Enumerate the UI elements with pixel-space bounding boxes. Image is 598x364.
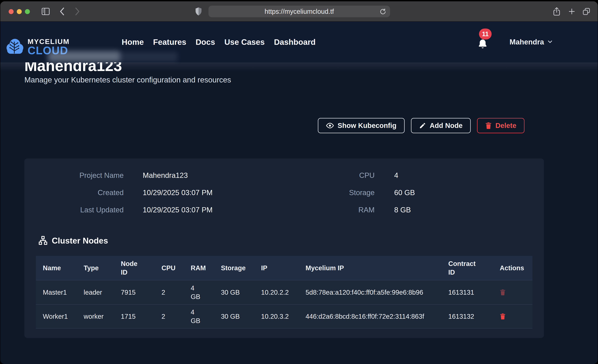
created-label: Created xyxy=(32,189,124,197)
cell-type: worker xyxy=(77,312,114,321)
minimize-window-button[interactable] xyxy=(17,9,22,14)
eye-icon xyxy=(326,122,334,130)
reload-icon[interactable] xyxy=(379,8,386,17)
privacy-blur-overlay xyxy=(48,51,120,62)
table-header-row: Name Type Node ID CPU RAM Storage IP Myc… xyxy=(36,256,532,280)
col-type: Type xyxy=(77,264,114,272)
nav-link-docs[interactable]: Docs xyxy=(196,38,215,47)
delete-node-button[interactable] xyxy=(500,313,506,320)
browser-window: https://myceliumcloud.tf xyxy=(0,1,598,364)
cluster-details-card: Project NameMahendra123 Created10/29/202… xyxy=(25,158,544,338)
cell-storage: 30 GB xyxy=(214,288,254,297)
cluster-details: Project NameMahendra123 Created10/29/202… xyxy=(25,158,544,218)
pencil-icon xyxy=(419,122,426,129)
cell-ram: 4 GB xyxy=(184,284,214,301)
table-row-worker1: Worker1 worker 1715 2 4 GB 30 GB 10.20.3… xyxy=(36,304,532,329)
delete-node-button[interactable] xyxy=(500,289,506,296)
notifications-button[interactable]: 11 xyxy=(476,29,496,53)
privacy-shield-icon[interactable] xyxy=(195,7,202,16)
cell-type: leader xyxy=(77,288,114,297)
col-name: Name xyxy=(36,264,77,272)
chevron-down-icon xyxy=(547,38,553,46)
cell-storage: 30 GB xyxy=(214,312,254,321)
tab-overview-icon[interactable] xyxy=(582,7,590,16)
new-tab-icon[interactable] xyxy=(568,8,576,15)
page-subtitle: Manage your Kubernetes cluster configura… xyxy=(25,75,231,84)
cluster-nodes-table: Name Type Node ID CPU RAM Storage IP Myc… xyxy=(36,256,532,329)
cell-node-id: 1715 xyxy=(114,312,155,321)
share-icon[interactable] xyxy=(553,7,561,16)
show-kubeconfig-label: Show Kubeconfig xyxy=(338,122,397,130)
table-row-master1: Master1 leader 7915 2 4 GB 30 GB 10.20.2… xyxy=(36,280,532,304)
storage-value: 60 GB xyxy=(394,189,415,197)
nav-link-use-cases[interactable]: Use Cases xyxy=(224,38,265,47)
cell-actions xyxy=(493,313,532,320)
last-updated-label: Last Updated xyxy=(32,206,124,214)
nav-link-features[interactable]: Features xyxy=(153,38,186,47)
page-content: Mahendra123 Manage your Kubernetes clust… xyxy=(0,62,598,364)
user-name: Mahendra xyxy=(509,38,544,46)
cell-contract-id: 1613131 xyxy=(441,288,493,297)
cell-ram: 4 GB xyxy=(184,308,214,325)
back-icon[interactable] xyxy=(59,7,65,16)
col-storage: Storage xyxy=(214,264,254,272)
add-node-label: Add Node xyxy=(430,122,463,130)
storage-label: Storage xyxy=(316,189,375,197)
fullscreen-window-button[interactable] xyxy=(25,9,30,14)
created-value: 10/29/2025 03:07 PM xyxy=(143,189,213,197)
col-node-id: Node ID xyxy=(114,259,155,277)
cell-actions xyxy=(493,289,532,296)
close-window-button[interactable] xyxy=(9,9,14,14)
cell-node-id: 7915 xyxy=(114,288,155,297)
add-node-button[interactable]: Add Node xyxy=(411,118,471,133)
cell-ip: 10.20.3.2 xyxy=(254,312,299,321)
trash-icon xyxy=(485,122,492,129)
sitemap-icon xyxy=(38,236,48,246)
col-mycelium-ip: Mycelium IP xyxy=(299,264,441,272)
cloud-logo-icon xyxy=(5,38,25,56)
privacy-blur-overlay-2 xyxy=(117,52,177,62)
col-cpu: CPU xyxy=(155,264,184,272)
nav-link-dashboard[interactable]: Dashboard xyxy=(274,38,316,47)
cell-contract-id: 1613132 xyxy=(441,312,493,321)
address-bar[interactable]: https://myceliumcloud.tf xyxy=(208,6,390,17)
ram-label: RAM xyxy=(316,206,375,214)
cell-ip: 10.20.2.2 xyxy=(254,288,299,297)
ram-value: 8 GB xyxy=(394,206,411,214)
cpu-value: 4 xyxy=(394,171,398,180)
cluster-nodes-title: Cluster Nodes xyxy=(52,236,108,246)
cell-name: Worker1 xyxy=(36,312,77,321)
show-kubeconfig-button[interactable]: Show Kubeconfig xyxy=(318,118,405,133)
last-updated-value: 10/29/2025 03:07 PM xyxy=(143,206,213,214)
cluster-actions: Show Kubeconfig Add Node Delete xyxy=(318,118,524,133)
col-ram: RAM xyxy=(184,264,214,272)
user-menu[interactable]: Mahendra xyxy=(509,22,553,62)
project-name-value: Mahendra123 xyxy=(143,171,188,180)
cell-cpu: 2 xyxy=(155,312,184,321)
cluster-nodes-header: Cluster Nodes xyxy=(38,236,544,246)
cell-cpu: 2 xyxy=(155,288,184,297)
page-title: Mahendra123 xyxy=(25,62,122,73)
nav-link-home[interactable]: Home xyxy=(122,38,144,47)
notification-count-badge: 11 xyxy=(479,29,492,40)
sidebar-toggle-icon[interactable] xyxy=(41,8,50,16)
project-name-label: Project Name xyxy=(32,171,124,180)
delete-label: Delete xyxy=(495,122,516,130)
col-actions: Actions xyxy=(493,264,532,272)
cell-mycelium-ip: 5d8:78ea:a120:f40c:ff0f:a5fe:99e6:8b96 xyxy=(299,288,441,297)
browser-chrome: https://myceliumcloud.tf xyxy=(0,1,598,22)
address-url: https://myceliumcloud.tf xyxy=(265,8,334,15)
col-contract-id: Contract ID xyxy=(441,259,493,277)
cell-mycelium-ip: 446:d2a6:8bcd:8c16:ff0f:72e2:3114:863f xyxy=(299,312,441,321)
cpu-label: CPU xyxy=(316,171,375,180)
forward-icon[interactable] xyxy=(75,7,80,16)
cell-name: Master1 xyxy=(36,288,77,297)
bell-icon xyxy=(477,39,488,51)
col-ip: IP xyxy=(254,264,299,272)
delete-cluster-button[interactable]: Delete xyxy=(477,118,524,133)
